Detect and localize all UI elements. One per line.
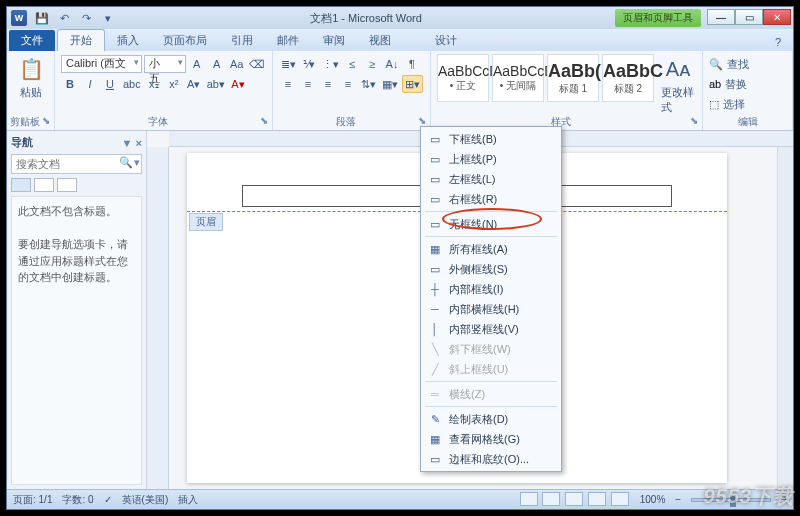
borders-button[interactable]: ⊞▾: [402, 75, 423, 93]
border-menu-item[interactable]: ▭外侧框线(S): [421, 259, 561, 279]
undo-button[interactable]: ↶: [55, 9, 73, 27]
font-family-combo[interactable]: Calibri (西文: [61, 55, 142, 73]
tab-layout[interactable]: 页面布局: [151, 30, 219, 51]
nav-tab-headings[interactable]: [11, 178, 31, 192]
border-item-label: 无框线(N): [449, 217, 497, 232]
status-page[interactable]: 页面: 1/1: [13, 493, 52, 507]
border-menu-item[interactable]: ▭上框线(P): [421, 149, 561, 169]
nav-dropdown-icon[interactable]: ▼: [122, 137, 133, 149]
border-menu-item[interactable]: ▭左框线(L): [421, 169, 561, 189]
redo-button[interactable]: ↷: [77, 9, 95, 27]
border-item-icon: ═: [427, 387, 443, 401]
nav-tab-results[interactable]: [57, 178, 77, 192]
zoom-out-button[interactable]: −: [675, 494, 681, 505]
select-button[interactable]: 选择: [721, 95, 747, 113]
grow-font-button[interactable]: A: [188, 55, 206, 73]
align-justify-button[interactable]: ≡: [339, 75, 357, 93]
tab-insert[interactable]: 插入: [105, 30, 151, 51]
launcher-icon[interactable]: ⬊: [418, 115, 426, 126]
border-menu-item[interactable]: ▭无框线(N): [421, 214, 561, 234]
tab-review[interactable]: 审阅: [311, 30, 357, 51]
launcher-icon[interactable]: ⬊: [260, 115, 268, 126]
view-draft[interactable]: [611, 492, 629, 506]
change-case-button[interactable]: Aa: [228, 55, 246, 73]
replace-button[interactable]: 替换: [723, 75, 749, 93]
view-outline[interactable]: [588, 492, 606, 506]
bold-button[interactable]: B: [61, 75, 79, 93]
superscript-button[interactable]: x²: [165, 75, 183, 93]
paste-button[interactable]: 📋 粘贴: [13, 54, 49, 100]
close-button[interactable]: ✕: [763, 9, 791, 25]
launcher-icon[interactable]: ⬊: [42, 115, 50, 126]
indent-increase-button[interactable]: ≥: [363, 55, 381, 73]
line-spacing-button[interactable]: ⇅▾: [359, 75, 378, 93]
highlight-button[interactable]: ab▾: [205, 75, 227, 93]
zoom-slider[interactable]: [691, 498, 771, 502]
ribbon-help-button[interactable]: ?: [763, 33, 793, 51]
status-words[interactable]: 字数: 0: [62, 493, 93, 507]
view-full-screen[interactable]: [542, 492, 560, 506]
vertical-scrollbar[interactable]: [777, 147, 793, 489]
align-left-button[interactable]: ≡: [279, 75, 297, 93]
tab-mailings[interactable]: 邮件: [265, 30, 311, 51]
status-mode[interactable]: 插入: [178, 493, 198, 507]
zoom-percent[interactable]: 100%: [640, 494, 666, 505]
bullets-button[interactable]: ≣▾: [279, 55, 298, 73]
shrink-font-button[interactable]: A: [208, 55, 226, 73]
status-proof[interactable]: ✓: [104, 494, 112, 505]
tab-home[interactable]: 开始: [57, 29, 105, 51]
border-menu-item[interactable]: ▭边框和底纹(O)...: [421, 449, 561, 469]
font-size-combo[interactable]: 小五: [144, 55, 186, 73]
border-menu-item[interactable]: ▦查看网格线(G): [421, 429, 561, 449]
border-item-icon: ✎: [427, 412, 443, 426]
nav-close-button[interactable]: ×: [136, 137, 142, 149]
font-color-button[interactable]: A▾: [229, 75, 247, 93]
numbering-button[interactable]: ⅟▾: [300, 55, 318, 73]
save-button[interactable]: 💾: [33, 9, 51, 27]
text-effects-button[interactable]: A▾: [185, 75, 203, 93]
indent-decrease-button[interactable]: ≤: [343, 55, 361, 73]
tab-file[interactable]: 文件: [9, 30, 55, 51]
shading-button[interactable]: ▦▾: [380, 75, 400, 93]
view-print-layout[interactable]: [520, 492, 538, 506]
border-menu-item[interactable]: │内部竖框线(V): [421, 319, 561, 339]
launcher-icon[interactable]: ⬊: [690, 115, 698, 126]
tab-design[interactable]: 设计: [423, 30, 469, 51]
search-icon[interactable]: 🔍: [119, 156, 133, 169]
border-menu-item[interactable]: ─内部横框线(H): [421, 299, 561, 319]
align-center-button[interactable]: ≡: [299, 75, 317, 93]
strike-button[interactable]: abc: [121, 75, 143, 93]
qat-more-button[interactable]: ▾: [99, 9, 117, 27]
border-menu-item[interactable]: ▭右框线(R): [421, 189, 561, 209]
align-right-button[interactable]: ≡: [319, 75, 337, 93]
style-card-heading1[interactable]: AaBb(标题 1: [547, 54, 599, 102]
zoom-in-button[interactable]: +: [781, 494, 787, 505]
tab-view[interactable]: 视图: [357, 30, 403, 51]
replace-icon: ab: [709, 78, 721, 90]
find-button[interactable]: 查找: [725, 55, 751, 73]
border-item-label: 内部横框线(H): [449, 302, 519, 317]
maximize-button[interactable]: ▭: [735, 9, 763, 25]
border-menu-item[interactable]: ┼内部框线(I): [421, 279, 561, 299]
minimize-button[interactable]: —: [707, 9, 735, 25]
header-tag: 页眉: [189, 213, 223, 231]
style-card-normal[interactable]: AaBbCcDd• 正文: [437, 54, 489, 102]
vertical-ruler[interactable]: [147, 147, 169, 489]
clear-format-button[interactable]: ⌫: [248, 55, 266, 73]
change-styles-button[interactable]: Aᴀ 更改样式: [661, 54, 696, 115]
border-menu-item[interactable]: ▭下框线(B): [421, 129, 561, 149]
style-card-no-spacing[interactable]: AaBbCcDd• 无间隔: [492, 54, 544, 102]
border-menu-item[interactable]: ✎绘制表格(D): [421, 409, 561, 429]
border-menu-item[interactable]: ▦所有框线(A): [421, 239, 561, 259]
nav-tab-pages[interactable]: [34, 178, 54, 192]
search-dropdown-icon[interactable]: ▾: [134, 156, 140, 169]
multilevel-button[interactable]: ⋮▾: [320, 55, 341, 73]
style-card-heading2[interactable]: AaBbC标题 2: [602, 54, 654, 102]
underline-button[interactable]: U: [101, 75, 119, 93]
italic-button[interactable]: I: [81, 75, 99, 93]
tab-references[interactable]: 引用: [219, 30, 265, 51]
status-language[interactable]: 英语(美国): [122, 493, 169, 507]
sort-button[interactable]: A↓: [383, 55, 401, 73]
view-web-layout[interactable]: [565, 492, 583, 506]
show-marks-button[interactable]: ¶: [403, 55, 421, 73]
